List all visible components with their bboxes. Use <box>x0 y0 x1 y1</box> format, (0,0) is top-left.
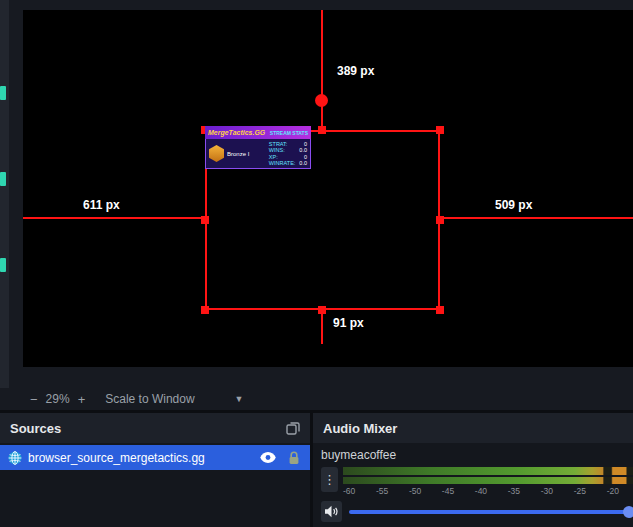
selection-handle-bottom-left[interactable] <box>201 306 209 314</box>
chevron-down-icon[interactable]: ▼ <box>235 394 244 404</box>
mixer-row: ⋮ -60 -55 -50 -45 -40 -35 -30 -25 -20 <box>321 467 633 496</box>
measure-line-top <box>321 10 323 130</box>
measure-line-right <box>440 217 633 219</box>
measure-label-top: 389 px <box>337 64 374 78</box>
side-strip <box>0 0 9 388</box>
sources-title: Sources <box>10 421 61 436</box>
source-row[interactable]: browser_source_mergetactics.gg <box>0 445 310 470</box>
stat-label: WINRATE: <box>269 160 295 167</box>
stat-value: 0.0 <box>299 160 307 167</box>
bottom-panels: Sources browser_source_mergetactics.gg <box>0 410 633 527</box>
measure-line-left <box>23 217 205 219</box>
audio-source-name: buymeacoffee <box>321 448 633 462</box>
widget-body: Bronze I STRAT: 0 WINS: 0.0 XP: 0 WINRAT… <box>205 139 311 169</box>
db-tick: -20 <box>607 486 619 496</box>
db-tick: -55 <box>376 486 388 496</box>
measure-label-right: 509 px <box>495 198 532 212</box>
sources-header: Sources <box>0 413 310 443</box>
db-scale: -60 -55 -50 -45 -40 -35 -30 -25 -20 <box>343 486 633 496</box>
volume-meter-right <box>343 477 633 484</box>
db-tick: -50 <box>409 486 421 496</box>
selection-handle-bottom-right[interactable] <box>436 306 444 314</box>
db-tick: -35 <box>508 486 520 496</box>
measure-label-bottom: 91 px <box>333 316 364 330</box>
db-tick: -60 <box>343 486 355 496</box>
measure-line-bottom <box>321 310 323 344</box>
volume-meters: -60 -55 -50 -45 -40 -35 -30 -25 -20 <box>343 467 633 496</box>
db-tick: -25 <box>574 486 586 496</box>
db-tick: -30 <box>541 486 553 496</box>
preview-area: 389 px 611 px 509 px 91 px MergeTactics.… <box>0 0 633 388</box>
widget-stats-header: STREAM STATS <box>270 130 308 136</box>
visibility-eye-icon[interactable] <box>260 452 276 463</box>
strip-marker <box>0 258 6 272</box>
zoom-level: 29% <box>44 392 72 406</box>
volume-row <box>321 501 633 522</box>
selection-origin-dot <box>315 94 328 107</box>
widget-rank: Bronze I <box>227 151 249 157</box>
widget-header: MergeTactics.GG STREAM STATS <box>205 126 311 139</box>
widget-stats: STRAT: 0 WINS: 0.0 XP: 0 WINRATE: 0.0 <box>269 141 307 167</box>
panel-options-icon[interactable] <box>286 421 300 435</box>
measure-label-left: 611 px <box>83 198 120 212</box>
selection-handle-middle-right[interactable] <box>436 216 444 224</box>
selection-handle-bottom-middle[interactable] <box>318 306 326 314</box>
lock-icon[interactable] <box>288 451 300 465</box>
selection-handle-middle-left[interactable] <box>201 216 209 224</box>
audio-mixer-panel: Audio Mixer buymeacoffee ⋮ -60 -55 -50 -… <box>310 413 633 527</box>
zoom-out-button[interactable]: − <box>24 392 44 407</box>
browser-source-widget-preview[interactable]: MergeTactics.GG STREAM STATS Bronze I ST… <box>205 126 311 169</box>
volume-meter-left <box>343 467 633 475</box>
selection-handle-top-right[interactable] <box>436 126 444 134</box>
db-tick: -40 <box>475 486 487 496</box>
sources-panel: Sources browser_source_mergetactics.gg <box>0 413 310 527</box>
widget-title: MergeTactics.GG <box>208 129 265 136</box>
canvas-stage[interactable]: 389 px 611 px 509 px 91 px MergeTactics.… <box>23 10 633 367</box>
rank-badge-icon <box>209 145 224 162</box>
volume-slider[interactable] <box>349 510 633 514</box>
volume-slider-knob[interactable] <box>623 506 633 518</box>
browser-source-icon <box>8 451 22 465</box>
zoom-in-button[interactable]: + <box>72 392 92 407</box>
mixer-body: buymeacoffee ⋮ -60 -55 -50 -45 -40 -35 -… <box>313 443 633 522</box>
strip-marker <box>0 86 6 100</box>
audio-mixer-header: Audio Mixer <box>313 413 633 443</box>
source-name: browser_source_mergetactics.gg <box>28 451 248 465</box>
mute-speaker-icon[interactable] <box>321 501 342 522</box>
audio-mixer-title: Audio Mixer <box>323 421 397 436</box>
zoom-toolbar: − 29% + Scale to Window ▼ <box>0 388 633 410</box>
mixer-menu-button[interactable]: ⋮ <box>321 467 338 492</box>
selection-handle-top-middle[interactable] <box>318 126 326 134</box>
scale-to-window-dropdown[interactable]: Scale to Window <box>105 392 194 406</box>
strip-marker <box>0 172 6 186</box>
db-tick: -45 <box>442 486 454 496</box>
